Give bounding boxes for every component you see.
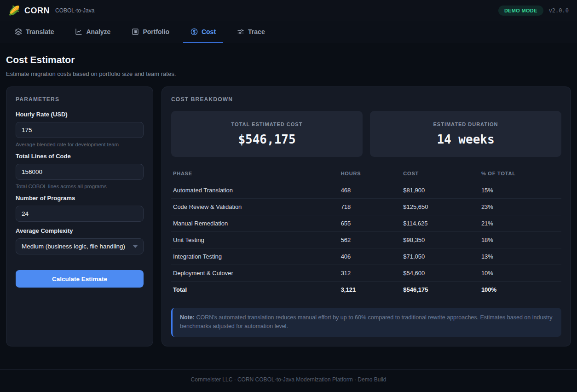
total-cost-label: TOTAL ESTIMATED COST xyxy=(231,121,303,127)
total-cost-card: TOTAL ESTIMATED COST $546,175 xyxy=(171,111,363,157)
pct-cell: 18% xyxy=(479,232,561,248)
tab-portfolio[interactable]: Portfolio xyxy=(124,21,177,43)
demo-mode-badge: DEMO MODE xyxy=(498,6,543,16)
cost-cell: $54,600 xyxy=(401,265,479,282)
hours-cell: 562 xyxy=(339,232,402,248)
hours-cell: 312 xyxy=(339,265,402,282)
hours-cell: 655 xyxy=(339,215,402,232)
calculate-estimate-button[interactable]: Calculate Estimate xyxy=(16,270,144,288)
hourly-rate-help: Average blended rate for development tea… xyxy=(16,142,144,147)
note-text: CORN's automated translation reduces man… xyxy=(180,314,553,329)
duration-card: ESTIMATED DURATION 14 weeks xyxy=(370,111,561,157)
tab-label: Analyze xyxy=(86,28,110,35)
hourly-rate-group: Hourly Rate (USD) Average blended rate f… xyxy=(16,111,144,147)
pct-cell: 100% xyxy=(479,282,561,298)
hours-cell: 3,121 xyxy=(339,282,402,298)
phase-cell: Manual Remediation xyxy=(171,215,339,232)
col-header-cost: COST xyxy=(401,168,479,182)
phase-cell: Total xyxy=(171,282,339,298)
tab-label: Trace xyxy=(248,28,265,35)
cost-cell: $125,650 xyxy=(401,199,479,215)
header-right: DEMO MODE v2.0.0 xyxy=(498,6,569,16)
tab-analyze[interactable]: Analyze xyxy=(68,21,118,43)
table-header-row: PHASE HOURS COST % OF TOTAL xyxy=(171,168,561,182)
app-name: CORN xyxy=(24,6,50,16)
phase-cell: Automated Translation xyxy=(171,182,339,199)
cost-breakdown-heading: COST BREAKDOWN xyxy=(171,96,561,103)
total-cost-value: $546,175 xyxy=(238,133,295,146)
table-row: Deployment & Cutover 312 $54,600 10% xyxy=(171,265,561,282)
dollar-circle-icon xyxy=(190,28,198,35)
pct-cell: 15% xyxy=(479,182,561,199)
table-row: Manual Remediation 655 $114,625 21% xyxy=(171,215,561,232)
app-footer: Cornmeister LLC · CORN COBOL-to-Java Mod… xyxy=(0,369,577,392)
complexity-label: Average Complexity xyxy=(16,227,144,234)
tab-label: Cost xyxy=(202,28,216,35)
duration-label: ESTIMATED DURATION xyxy=(433,121,498,127)
num-programs-input[interactable] xyxy=(16,206,144,222)
tab-translate[interactable]: Translate xyxy=(7,21,61,43)
pct-cell: 10% xyxy=(479,265,561,282)
lines-of-code-label: Total Lines of Code xyxy=(16,153,144,160)
tab-trace[interactable]: Trace xyxy=(230,21,272,43)
pct-cell: 21% xyxy=(479,215,561,232)
line-chart-icon xyxy=(75,28,82,35)
phase-cell: Integration Testing xyxy=(171,248,339,265)
lines-of-code-help: Total COBOL lines across all programs xyxy=(16,184,144,189)
cost-table: PHASE HOURS COST % OF TOTAL Automated Tr… xyxy=(171,168,561,298)
page-hero: Cost Estimator Estimate migration costs … xyxy=(0,43,577,86)
parameters-heading: PARAMETERS xyxy=(16,96,144,103)
complexity-select[interactable] xyxy=(16,238,144,254)
note-box: Note: CORN's automated translation reduc… xyxy=(171,308,561,337)
version-label: v2.0.0 xyxy=(549,7,569,14)
col-header-hours: HOURS xyxy=(339,168,402,182)
corn-logo-icon: 🌽 xyxy=(8,5,20,16)
cost-cell: $81,900 xyxy=(401,182,479,199)
hours-cell: 406 xyxy=(339,248,402,265)
col-header-pct: % OF TOTAL xyxy=(479,168,561,182)
app-subtitle: COBOL-to-Java xyxy=(55,7,94,14)
lines-of-code-group: Total Lines of Code Total COBOL lines ac… xyxy=(16,153,144,189)
pct-cell: 23% xyxy=(479,199,561,215)
tab-label: Translate xyxy=(26,28,54,35)
pct-cell: 13% xyxy=(479,248,561,265)
cost-cell: $71,050 xyxy=(401,248,479,265)
table-row: Integration Testing 406 $71,050 13% xyxy=(171,248,561,265)
sliders-icon xyxy=(237,28,244,35)
hours-cell: 718 xyxy=(339,199,402,215)
lines-of-code-input[interactable] xyxy=(16,164,144,180)
cost-breakdown-panel: COST BREAKDOWN TOTAL ESTIMATED COST $546… xyxy=(162,86,571,346)
complexity-select-value[interactable] xyxy=(16,238,144,254)
num-programs-label: Number of Programs xyxy=(16,195,144,202)
tab-cost[interactable]: Cost xyxy=(183,21,223,43)
table-row: Automated Translation 468 $81,900 15% xyxy=(171,182,561,199)
phase-cell: Deployment & Cutover xyxy=(171,265,339,282)
page-title: Cost Estimator xyxy=(6,54,571,65)
columns-icon xyxy=(132,28,139,35)
app-header: 🌽 CORN COBOL-to-Java DEMO MODE v2.0.0 xyxy=(0,0,577,21)
main-content: PARAMETERS Hourly Rate (USD) Average ble… xyxy=(0,86,577,346)
col-header-phase: PHASE xyxy=(171,168,339,182)
layers-icon xyxy=(15,28,22,35)
phase-cell: Code Review & Validation xyxy=(171,199,339,215)
table-row: Code Review & Validation 718 $125,650 23… xyxy=(171,199,561,215)
tab-label: Portfolio xyxy=(143,28,169,35)
complexity-group: Average Complexity xyxy=(16,227,144,254)
hours-cell: 468 xyxy=(339,182,402,199)
note-label: Note: xyxy=(180,314,195,321)
cost-cell: $114,625 xyxy=(401,215,479,232)
cost-cell: $546,175 xyxy=(401,282,479,298)
parameters-panel: PARAMETERS Hourly Rate (USD) Average ble… xyxy=(6,86,153,346)
num-programs-group: Number of Programs xyxy=(16,195,144,222)
hourly-rate-label: Hourly Rate (USD) xyxy=(16,111,144,118)
page-subtitle: Estimate migration costs based on portfo… xyxy=(6,70,571,77)
stats-row: TOTAL ESTIMATED COST $546,175 ESTIMATED … xyxy=(171,111,561,157)
main-nav: Translate Analyze Portfolio Cost Trace xyxy=(0,21,577,43)
footer-text: Cornmeister LLC · CORN COBOL-to-Java Mod… xyxy=(191,376,387,383)
hourly-rate-input[interactable] xyxy=(16,122,144,138)
duration-value: 14 weeks xyxy=(437,133,494,146)
phase-cell: Unit Testing xyxy=(171,232,339,248)
cost-cell: $98,350 xyxy=(401,232,479,248)
table-total-row: Total 3,121 $546,175 100% xyxy=(171,282,561,298)
table-row: Unit Testing 562 $98,350 18% xyxy=(171,232,561,248)
